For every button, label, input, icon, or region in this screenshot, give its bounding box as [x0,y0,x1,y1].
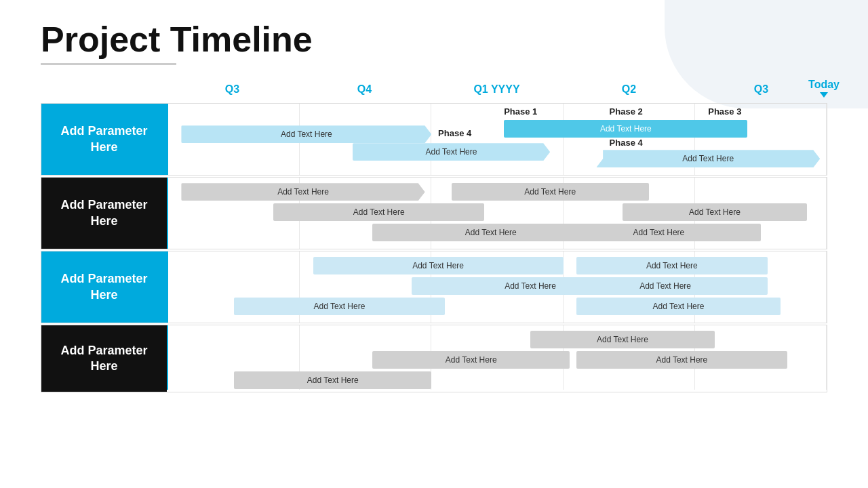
timeline-row-3: Add Parameter HereAdd Text HereAdd Text … [41,325,827,392]
quarter-q1: Q1 YYYY [431,83,563,96]
bar-3-3[interactable]: Add Text Here [234,371,431,389]
page-title: Project Timeline [41,20,827,59]
quarter-q4: Q4 [298,83,431,96]
bar-0-5[interactable]: Add Text Here [504,120,747,138]
row-content-2: Add Text HereAdd Text HereAdd Text HereA… [167,251,827,323]
bar-3-2[interactable]: Add Text Here [576,351,787,369]
row-label-3: Add Parameter Here [41,325,167,392]
bar-3-1[interactable]: Add Text Here [372,351,570,369]
row-content-1: Add Text HereAdd Text HereAdd Text HereA… [167,178,827,249]
bar-1-3[interactable]: Add Text Here [623,203,807,221]
row-label-0: Add Parameter Here [41,104,167,175]
phase-label-0-3: Phase 2 [610,106,643,117]
timeline-header: Q3 Q4 Q1 YYYY Q2 Q3 Today [166,79,827,100]
bar-1-0[interactable]: Add Text Here [181,183,425,201]
bar-1-5[interactable]: Add Text Here [557,224,761,241]
row-label-1: Add Parameter Here [41,178,167,249]
bar-2-1[interactable]: Add Text Here [576,257,768,274]
bar-0-0[interactable]: Add Text Here [181,125,431,143]
timeline-row-2: Add Parameter HereAdd Text HereAdd Text … [41,251,827,323]
quarter-q3: Q3 [166,83,298,96]
row-content-0: Add Text HerePhase 4Phase 1Phase 2Phase … [167,104,827,175]
bar-2-0[interactable]: Add Text Here [313,257,564,274]
bar-0-8[interactable]: Add Text Here [596,150,820,167]
bar-2-3[interactable]: Add Text Here [564,277,768,295]
quarter-q3b: Q3 [695,83,827,96]
timeline-row-1: Add Parameter HereAdd Text HereAdd Text … [41,177,827,249]
bar-2-5[interactable]: Add Text Here [576,298,781,315]
bar-2-4[interactable]: Add Text Here [234,298,445,315]
phase-label-0-7: Phase 4 [610,138,643,148]
timeline-body: Add Parameter HereAdd Text HerePhase 4Ph… [41,103,827,392]
timeline-row-0: Add Parameter HereAdd Text HerePhase 4Ph… [41,103,827,176]
row-content-3: Add Text HereAdd Text HereAdd Text HereA… [167,325,827,390]
quarter-q2: Q2 [563,83,695,96]
main-content: Project Timeline Q3 Q4 Q1 YYYY Q2 Q3 Tod… [0,0,868,407]
title-underline [41,63,176,65]
today-label: Today [808,79,840,98]
today-arrow-icon [820,92,828,98]
bar-0-6[interactable]: Add Text Here [353,143,550,161]
phase-label-0-1: Phase 4 [438,128,471,138]
bar-1-2[interactable]: Add Text Here [273,203,484,221]
phase-label-0-4: Phase 3 [708,106,741,117]
phase-label-0-2: Phase 1 [504,106,537,117]
bar-1-1[interactable]: Add Text Here [452,183,649,201]
row-label-2: Add Parameter Here [41,251,167,323]
bar-3-0[interactable]: Add Text Here [530,331,715,348]
